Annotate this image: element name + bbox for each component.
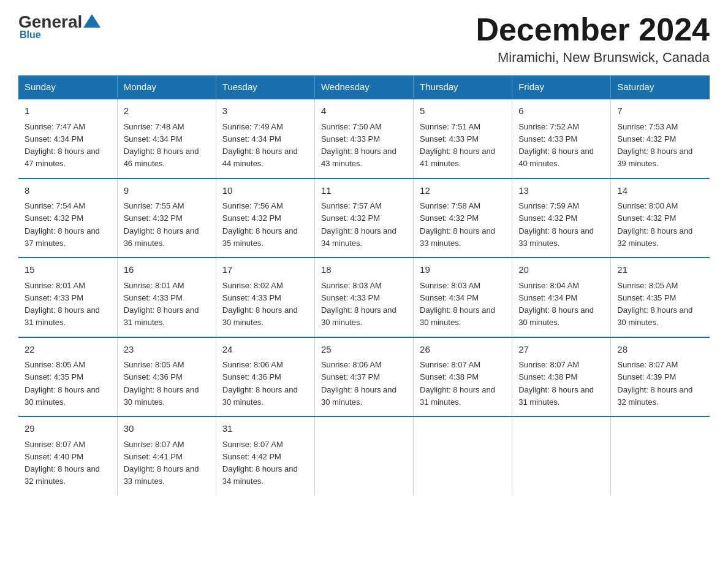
day-number: 7 <box>617 104 703 118</box>
calendar-cell: 1Sunrise: 7:47 AMSunset: 4:34 PMDaylight… <box>18 99 117 178</box>
day-info: Sunrise: 8:07 AMSunset: 4:41 PMDaylight:… <box>124 440 199 486</box>
logo: General Blue <box>18 12 102 40</box>
calendar-table: SundayMondayTuesdayWednesdayThursdayFrid… <box>18 75 710 496</box>
day-number: 3 <box>222 104 308 118</box>
calendar-cell: 22Sunrise: 8:05 AMSunset: 4:35 PMDayligh… <box>18 337 117 417</box>
day-number: 1 <box>25 104 111 118</box>
calendar-cell: 24Sunrise: 8:06 AMSunset: 4:36 PMDayligh… <box>216 337 314 417</box>
calendar-week-row: 29Sunrise: 8:07 AMSunset: 4:40 PMDayligh… <box>18 416 710 496</box>
day-number: 21 <box>617 263 703 277</box>
day-info: Sunrise: 8:01 AMSunset: 4:33 PMDaylight:… <box>124 281 199 327</box>
calendar-cell: 20Sunrise: 8:04 AMSunset: 4:34 PMDayligh… <box>512 258 611 337</box>
day-info: Sunrise: 8:04 AMSunset: 4:34 PMDaylight:… <box>518 281 594 327</box>
calendar-cell: 18Sunrise: 8:03 AMSunset: 4:33 PMDayligh… <box>314 258 413 337</box>
day-number: 15 <box>25 263 111 277</box>
title-area: December 2024 Miramichi, New Brunswick, … <box>476 12 710 66</box>
day-number: 11 <box>321 184 407 198</box>
calendar-cell: 5Sunrise: 7:51 AMSunset: 4:33 PMDaylight… <box>414 99 512 178</box>
day-number: 14 <box>617 184 703 198</box>
page-header: General Blue December 2024 Miramichi, Ne… <box>18 12 710 66</box>
day-info: Sunrise: 8:05 AMSunset: 4:36 PMDaylight:… <box>124 360 199 407</box>
day-number: 6 <box>518 104 604 118</box>
col-header-monday: Monday <box>117 75 216 99</box>
day-info: Sunrise: 7:59 AMSunset: 4:32 PMDaylight:… <box>518 201 594 248</box>
calendar-cell: 2Sunrise: 7:48 AMSunset: 4:34 PMDaylight… <box>117 99 216 178</box>
day-number: 24 <box>222 343 308 357</box>
calendar-cell: 12Sunrise: 7:58 AMSunset: 4:32 PMDayligh… <box>414 178 512 258</box>
day-number: 2 <box>124 104 210 118</box>
calendar-cell: 31Sunrise: 8:07 AMSunset: 4:42 PMDayligh… <box>216 416 314 496</box>
day-number: 5 <box>420 104 506 118</box>
day-number: 10 <box>222 184 308 198</box>
col-header-wednesday: Wednesday <box>314 75 413 99</box>
calendar-cell <box>314 416 413 496</box>
day-info: Sunrise: 7:58 AMSunset: 4:32 PMDaylight:… <box>420 201 495 248</box>
calendar-week-row: 22Sunrise: 8:05 AMSunset: 4:35 PMDayligh… <box>18 337 710 417</box>
calendar-cell: 17Sunrise: 8:02 AMSunset: 4:33 PMDayligh… <box>216 258 314 337</box>
col-header-sunday: Sunday <box>18 75 117 99</box>
day-info: Sunrise: 7:55 AMSunset: 4:32 PMDaylight:… <box>124 201 199 248</box>
day-info: Sunrise: 8:07 AMSunset: 4:40 PMDaylight:… <box>25 440 100 486</box>
day-info: Sunrise: 7:57 AMSunset: 4:32 PMDaylight:… <box>321 201 396 248</box>
day-info: Sunrise: 8:02 AMSunset: 4:33 PMDaylight:… <box>222 281 298 327</box>
day-number: 16 <box>124 263 210 277</box>
calendar-cell: 6Sunrise: 7:52 AMSunset: 4:33 PMDaylight… <box>512 99 611 178</box>
day-number: 18 <box>321 263 407 277</box>
day-number: 20 <box>518 263 604 277</box>
calendar-header-row: SundayMondayTuesdayWednesdayThursdayFrid… <box>18 75 710 99</box>
calendar-cell: 16Sunrise: 8:01 AMSunset: 4:33 PMDayligh… <box>117 258 216 337</box>
calendar-cell: 7Sunrise: 7:53 AMSunset: 4:32 PMDaylight… <box>611 99 710 178</box>
logo-blue-text: Blue <box>18 29 41 40</box>
calendar-cell: 3Sunrise: 7:49 AMSunset: 4:34 PMDaylight… <box>216 99 314 178</box>
calendar-cell: 15Sunrise: 8:01 AMSunset: 4:33 PMDayligh… <box>18 258 117 337</box>
calendar-week-row: 15Sunrise: 8:01 AMSunset: 4:33 PMDayligh… <box>18 258 710 337</box>
day-info: Sunrise: 8:05 AMSunset: 4:35 PMDaylight:… <box>617 281 692 327</box>
col-header-saturday: Saturday <box>611 75 710 99</box>
calendar-week-row: 1Sunrise: 7:47 AMSunset: 4:34 PMDaylight… <box>18 99 710 178</box>
day-info: Sunrise: 8:03 AMSunset: 4:33 PMDaylight:… <box>321 281 396 327</box>
day-info: Sunrise: 7:51 AMSunset: 4:33 PMDaylight:… <box>420 122 495 169</box>
calendar-cell <box>414 416 512 496</box>
calendar-cell: 14Sunrise: 8:00 AMSunset: 4:32 PMDayligh… <box>611 178 710 258</box>
calendar-cell: 8Sunrise: 7:54 AMSunset: 4:32 PMDaylight… <box>18 178 117 258</box>
day-number: 17 <box>222 263 308 277</box>
day-info: Sunrise: 7:50 AMSunset: 4:33 PMDaylight:… <box>321 122 396 169</box>
calendar-cell: 21Sunrise: 8:05 AMSunset: 4:35 PMDayligh… <box>611 258 710 337</box>
day-info: Sunrise: 8:00 AMSunset: 4:32 PMDaylight:… <box>617 201 692 248</box>
logo-triangle-icon <box>83 14 100 28</box>
day-number: 19 <box>420 263 506 277</box>
day-number: 27 <box>518 343 604 357</box>
col-header-thursday: Thursday <box>414 75 512 99</box>
day-number: 9 <box>124 184 210 198</box>
day-number: 25 <box>321 343 407 357</box>
day-number: 22 <box>25 343 111 357</box>
day-number: 12 <box>420 184 506 198</box>
day-number: 30 <box>124 422 210 436</box>
day-info: Sunrise: 7:52 AMSunset: 4:33 PMDaylight:… <box>518 122 594 169</box>
day-info: Sunrise: 8:07 AMSunset: 4:39 PMDaylight:… <box>617 360 692 407</box>
day-info: Sunrise: 8:06 AMSunset: 4:36 PMDaylight:… <box>222 360 298 407</box>
day-number: 31 <box>222 422 308 436</box>
calendar-cell: 23Sunrise: 8:05 AMSunset: 4:36 PMDayligh… <box>117 337 216 417</box>
col-header-tuesday: Tuesday <box>216 75 314 99</box>
day-number: 29 <box>25 422 111 436</box>
calendar-cell: 13Sunrise: 7:59 AMSunset: 4:32 PMDayligh… <box>512 178 611 258</box>
calendar-cell: 30Sunrise: 8:07 AMSunset: 4:41 PMDayligh… <box>117 416 216 496</box>
day-info: Sunrise: 7:56 AMSunset: 4:32 PMDaylight:… <box>222 201 298 248</box>
calendar-cell: 19Sunrise: 8:03 AMSunset: 4:34 PMDayligh… <box>414 258 512 337</box>
day-info: Sunrise: 7:53 AMSunset: 4:32 PMDaylight:… <box>617 122 692 169</box>
calendar-cell: 26Sunrise: 8:07 AMSunset: 4:38 PMDayligh… <box>414 337 512 417</box>
calendar-cell: 29Sunrise: 8:07 AMSunset: 4:40 PMDayligh… <box>18 416 117 496</box>
calendar-cell: 27Sunrise: 8:07 AMSunset: 4:38 PMDayligh… <box>512 337 611 417</box>
calendar-cell <box>512 416 611 496</box>
col-header-friday: Friday <box>512 75 611 99</box>
calendar-cell: 25Sunrise: 8:06 AMSunset: 4:37 PMDayligh… <box>314 337 413 417</box>
calendar-cell: 4Sunrise: 7:50 AMSunset: 4:33 PMDaylight… <box>314 99 413 178</box>
day-info: Sunrise: 8:05 AMSunset: 4:35 PMDaylight:… <box>25 360 100 407</box>
calendar-cell: 11Sunrise: 7:57 AMSunset: 4:32 PMDayligh… <box>314 178 413 258</box>
day-info: Sunrise: 7:49 AMSunset: 4:34 PMDaylight:… <box>222 122 298 169</box>
day-info: Sunrise: 8:01 AMSunset: 4:33 PMDaylight:… <box>25 281 100 327</box>
location-title: Miramichi, New Brunswick, Canada <box>476 50 710 66</box>
day-number: 28 <box>617 343 703 357</box>
day-info: Sunrise: 8:03 AMSunset: 4:34 PMDaylight:… <box>420 281 495 327</box>
